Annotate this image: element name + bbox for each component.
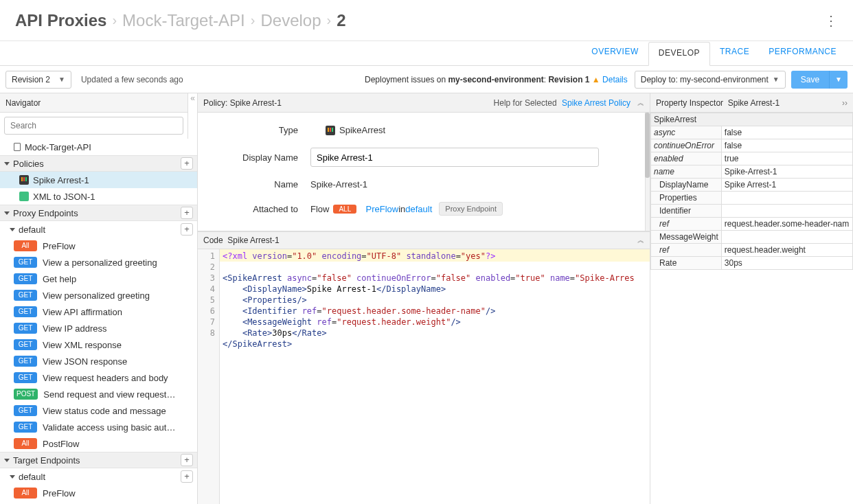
code-header: Code Spike Arrest-1 ︽ [198,231,650,249]
nav-flow-item[interactable]: GETView request headers and body [0,369,197,386]
prop-row[interactable]: DisplayNameSpike Arrest-1 [651,179,853,192]
code-editor[interactable]: 12345678 <?xml version="1.0" encoding="U… [198,249,650,504]
breadcrumb-root[interactable]: API Proxies [15,11,106,30]
add-button[interactable]: + [181,207,193,219]
nav-flow-item[interactable]: POSTSend request and view request… [0,386,197,402]
policy-header: Policy: Spike Arrest-1 Help for Selected… [198,93,650,113]
nav-flow-item[interactable]: GETView XML response [0,336,197,353]
proxy-endpoint-chip: Proxy Endpoint [439,202,503,216]
details-link[interactable]: Details [602,75,628,84]
add-button[interactable]: + [181,157,193,170]
deployment-issue: Deployment issues on my-second-environme… [365,75,628,84]
method-badge: GET [14,306,37,317]
warning-icon: ▲ [592,75,602,84]
deploy-to-select[interactable]: Deploy to: my-second-environment ▼ [635,71,786,89]
center-panel: Policy: Spike Arrest-1 Help for Selected… [198,93,650,504]
code-name: Spike Arrest-1 [227,236,279,245]
nav-flow-item[interactable]: GETView personalized greeting [0,287,197,303]
prop-row[interactable]: MessageWeight [651,231,853,244]
method-badge: All [14,240,37,251]
method-badge: GET [14,405,37,416]
expand-icon[interactable]: ›› [842,98,848,108]
collapse-icon[interactable]: ︽ [637,236,644,245]
nav-flow-item[interactable]: GETView JSON response [0,353,197,369]
preflow-link[interactable]: PreFlow [365,204,398,214]
default-link[interactable]: default [405,204,432,214]
tab-bar: OVERVIEW DEVELOP TRACE PERFORMANCE [0,41,853,66]
chevron-right-icon: › [327,12,332,28]
prop-row[interactable]: continueOnErrorfalse [651,139,853,152]
breadcrumb-proxy[interactable]: Mock-Target-API [122,11,245,30]
spike-arrest-icon [326,126,335,135]
method-badge: GET [14,339,37,350]
nav-flow-item[interactable]: GETView status code and message [0,402,197,419]
tab-performance[interactable]: PERFORMANCE [759,41,846,65]
revision-label: Revision 2 [12,75,50,84]
method-badge: GET [14,323,37,334]
save-button[interactable]: Save [791,71,829,89]
scrollbar[interactable] [645,113,650,231]
prop-row[interactable]: enabledtrue [651,152,853,165]
chevron-down-icon [10,228,15,231]
revision-select[interactable]: Revision 2 ▼ [5,71,71,89]
collapse-navigator-icon[interactable]: « [187,93,197,139]
nav-policy-item[interactable]: Spike Arrest-1 [0,172,197,188]
nav-flow-item[interactable]: GETValidate access using basic aut… [0,419,197,435]
policy-form: Type SpikeArrest Display Name Name Spike… [198,113,650,231]
nav-endpoint[interactable]: default+ [0,221,197,238]
breadcrumb-develop[interactable]: Develop [260,11,321,30]
nav-proxy-root[interactable]: Mock-Target-API [0,139,197,155]
prop-row[interactable]: asyncfalse [651,126,853,139]
policy-icon [19,192,29,201]
all-badge: ALL [333,205,356,214]
prop-row[interactable]: refrequest.header.weight [651,244,853,257]
navigator-panel: Navigator « Mock-Target-APIPolicies+Spik… [0,93,198,504]
prop-row[interactable]: refrequest.header.some-header-nam [651,218,853,231]
nav-flow-item[interactable]: GETView API affirmation [0,303,197,320]
prop-row[interactable]: nameSpike-Arrest-1 [651,165,853,179]
updated-text: Updated a few seconds ago [81,75,183,84]
help-link[interactable]: Spike Arrest Policy [562,98,630,108]
nav-flow-item[interactable]: AllPreFlow [0,485,197,501]
chevron-down-icon: ▼ [773,76,780,83]
kebab-menu-icon[interactable]: ⋮ [824,12,838,29]
name-value: Spike-Arrest-1 [310,179,367,190]
nav-flow-item[interactable]: AllPostFlow [0,501,197,504]
nav-flow-item[interactable]: AllPreFlow [0,238,197,254]
nav-flow-item[interactable]: AllPostFlow [0,435,197,452]
method-badge: POST [14,389,38,400]
tab-develop[interactable]: DEVELOP [648,42,710,66]
nav-endpoint[interactable]: default+ [0,468,197,485]
nav-group-proxy-endpoints[interactable]: Proxy Endpoints+ [0,205,197,221]
tab-trace[interactable]: TRACE [710,41,759,65]
nav-group-policies[interactable]: Policies+ [0,155,197,172]
tab-overview[interactable]: OVERVIEW [582,41,648,65]
method-badge: GET [14,422,37,433]
method-badge: GET [14,356,37,367]
method-badge: All [14,438,37,449]
method-badge: GET [14,273,37,284]
nav-policy-item[interactable]: XML to JSON-1 [0,188,197,205]
policy-icon [19,175,29,185]
save-dropdown[interactable]: ▼ [829,71,848,89]
nav-group-target-endpoints[interactable]: Target Endpoints+ [0,452,197,468]
displayname-label: Display Name [207,152,310,163]
breadcrumb: API Proxies › Mock-Target-API › Develop … [0,0,853,41]
attached-label: Attached to [207,204,310,214]
chevron-down-icon [4,459,10,462]
chevron-down-icon [4,162,10,165]
add-button[interactable]: + [181,454,193,466]
prop-row[interactable]: Rate30ps [651,257,853,270]
nav-flow-item[interactable]: GETView a personalized greeting [0,254,197,271]
property-inspector-panel: Property Inspector Spike Arrest-1 ›› Spi… [650,93,853,504]
prop-row[interactable]: Identifier [651,205,853,218]
collapse-icon[interactable]: ︽ [637,98,644,108]
add-button[interactable]: + [181,470,193,483]
prop-row[interactable]: Properties [651,192,853,205]
nav-flow-item[interactable]: GETView IP address [0,320,197,336]
nav-flow-item[interactable]: GETGet help [0,271,197,287]
deploy-to-label: Deploy to: my-second-environment [641,75,769,84]
displayname-input[interactable] [310,148,599,167]
add-button[interactable]: + [181,223,193,236]
search-input[interactable] [4,117,183,135]
